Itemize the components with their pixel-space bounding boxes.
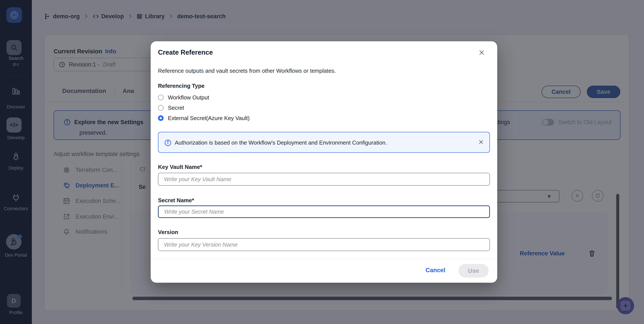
radio-selected-icon xyxy=(158,115,164,121)
radio-secret[interactable]: Secret xyxy=(158,105,184,111)
referencing-type-label: Referencing Type xyxy=(158,83,204,89)
radio-icon xyxy=(158,95,164,100)
radio-icon xyxy=(158,105,164,111)
version-label: Version xyxy=(158,229,178,236)
create-reference-modal: Create Reference Reference outputs and v… xyxy=(151,41,497,283)
radio-external-secret[interactable]: External Secret(Azure Key Vault) xyxy=(158,115,250,121)
modal-title: Create Reference xyxy=(158,49,213,56)
cancel-button[interactable]: Cancel xyxy=(420,267,450,274)
modal-description: Reference outputs and vault secrets from… xyxy=(158,67,336,74)
key-vault-name-input[interactable] xyxy=(158,173,490,186)
close-icon[interactable] xyxy=(478,139,484,145)
radio-workflow-output[interactable]: Workflow Output xyxy=(158,94,209,100)
divider xyxy=(151,259,497,259)
version-input[interactable] xyxy=(158,238,490,251)
secret-name-label: Secret Name* xyxy=(158,197,194,204)
key-vault-name-label: Key Vault Name* xyxy=(158,164,202,170)
banner-message: Authorization is based on the Workflow's… xyxy=(175,139,387,146)
authorization-info-banner: Authorization is based on the Workflow's… xyxy=(158,132,490,153)
close-icon[interactable] xyxy=(477,48,486,57)
secret-name-input[interactable] xyxy=(158,205,490,218)
use-button[interactable]: Use xyxy=(458,264,488,278)
info-icon xyxy=(164,139,172,147)
